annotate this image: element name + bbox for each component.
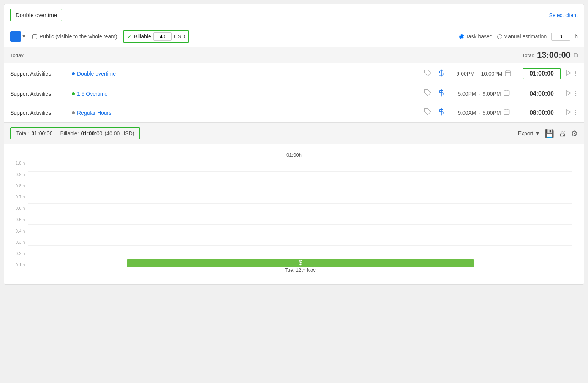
summary-total: Total: 01:00:00 [16, 130, 53, 136]
more-options-button[interactable] [574, 70, 578, 78]
summary-total-label: Total: [16, 130, 29, 136]
grid-line [28, 203, 572, 214]
svg-rect-9 [504, 90, 509, 96]
more-options-button[interactable] [574, 109, 578, 117]
entry-end: 10:00PM [481, 71, 502, 77]
calendar-icon-button[interactable] [503, 89, 510, 98]
manual-estimation-radio[interactable] [497, 34, 502, 39]
grid-line [28, 193, 572, 203]
y-axis-label: 0.9 h [16, 172, 25, 177]
calendar-icon-button[interactable] [504, 70, 511, 78]
chart-x-labels: Tue, 12th Nov [28, 267, 572, 273]
x-label: Tue, 12th Nov [285, 267, 316, 273]
more-dot [575, 75, 576, 76]
footer-summary: Total: 01:00:00 Billable: 01:00:00 (40.0… [4, 122, 584, 144]
tag-icon-button[interactable] [424, 89, 432, 98]
more-dot [575, 95, 576, 96]
task-name[interactable]: 1.5 Overtime [77, 91, 107, 97]
entry-dash: - [477, 71, 479, 77]
entry-actions [565, 109, 578, 117]
grid-line [28, 214, 572, 224]
play-button[interactable] [565, 90, 572, 98]
task-based-radio-label[interactable]: Task based [459, 33, 493, 40]
copy-icon[interactable]: ⧉ [574, 52, 578, 59]
more-dot [575, 114, 576, 115]
task-dot [72, 111, 75, 114]
select-client-button[interactable]: Select client [549, 12, 578, 18]
grid-line [28, 182, 572, 193]
billing-icon-button[interactable] [438, 108, 445, 117]
table-row: Support Activities 1.5 Overtime 5:00PM -… [4, 84, 584, 103]
chart-area: 0.1 h0.2 h0.3 h0.4 h0.5 h0.6 h0.7 h0.8 h… [16, 161, 572, 273]
chart-content: $ [28, 161, 572, 267]
estimation-group: Task based Manual estimation 0 h [459, 33, 578, 41]
entry-duration: 01:00:00 [523, 68, 561, 79]
summary-box: Total: 01:00:00 Billable: 01:00:00 (40.0… [10, 127, 140, 139]
entry-start: 9:00AM [458, 110, 476, 116]
billable-check-icon: ✓ [127, 33, 132, 40]
task-based-label: Task based [466, 33, 493, 40]
entries-container: Support Activities Double overtime 9:00P… [4, 63, 584, 122]
more-dot [575, 110, 576, 111]
task-name[interactable]: Regular Hours [77, 110, 111, 116]
more-dot [575, 112, 576, 113]
y-axis-label: 0.8 h [16, 184, 25, 188]
summary-billable-bold: 01:00: [81, 130, 96, 136]
more-dot [575, 93, 576, 94]
day-total: Total: 13:00:00 ⧉ [522, 50, 578, 60]
more-dot [575, 71, 576, 73]
estimation-value-input[interactable]: 0 [551, 33, 570, 41]
day-total-time: 13:00:00 [537, 50, 571, 60]
estimation-unit: h [575, 33, 578, 40]
entry-end: 5:00PM [482, 110, 501, 116]
svg-marker-13 [567, 90, 571, 96]
svg-marker-6 [567, 70, 571, 76]
manual-estimation-label: Manual estimation [504, 33, 547, 40]
export-chevron-icon: ▼ [535, 130, 540, 136]
bar-container: $ [126, 259, 475, 267]
more-options-button[interactable] [574, 90, 578, 98]
tag-icon-button[interactable] [424, 69, 432, 79]
public-checkbox[interactable] [32, 34, 37, 39]
more-dot [575, 73, 576, 74]
tag-icon-button[interactable] [424, 108, 432, 117]
print-icon-button[interactable]: 🖨 [559, 129, 566, 138]
billable-amount-input[interactable]: 40 [153, 32, 172, 41]
task-based-radio[interactable] [459, 34, 464, 39]
export-button[interactable]: Export ▼ [518, 130, 540, 136]
billing-icon-button[interactable] [438, 89, 445, 98]
billable-label: Billable [134, 33, 151, 40]
header-row: Double overtime Select client [4, 4, 584, 26]
settings-icon-button[interactable]: ⚙ [571, 129, 578, 138]
save-icon-button[interactable]: 💾 [545, 129, 554, 138]
chart-bar-label: 01:00h [16, 152, 572, 158]
calendar-icon-button[interactable] [503, 108, 510, 117]
chart-bar: $ [127, 259, 474, 267]
page-title: Double overtime [16, 12, 57, 18]
color-square-button[interactable] [10, 31, 21, 42]
color-dropdown-button[interactable]: ▼ [22, 34, 26, 39]
color-picker[interactable]: ▼ [10, 31, 26, 42]
y-axis-label: 0.1 h [16, 263, 25, 267]
grid-line [28, 224, 572, 235]
entry-duration: 08:00:00 [523, 109, 561, 116]
task-dot [72, 92, 75, 95]
summary-billable: Billable: 01:00:00 (40.00 USD) [60, 130, 134, 136]
summary-billable-amount: (40.00 USD) [105, 130, 134, 136]
billing-icon-button[interactable] [438, 69, 445, 79]
summary-total-bold: 01:00: [31, 130, 46, 136]
y-axis-label: 1.0 h [16, 161, 25, 165]
task-name[interactable]: Double overtime [77, 71, 116, 77]
public-checkbox-label[interactable]: Public (visible to the whole team) [32, 33, 117, 40]
svg-rect-16 [504, 109, 509, 115]
grid-line [28, 235, 572, 245]
summary-total-time: 01:00:00 [31, 130, 52, 136]
play-button[interactable] [565, 109, 572, 117]
entry-task: Regular Hours [72, 110, 419, 116]
chart-y-axis: 0.1 h0.2 h0.3 h0.4 h0.5 h0.6 h0.7 h0.8 h… [16, 161, 28, 267]
entry-time: 9:00AM - 5:00PM [450, 108, 518, 117]
play-button[interactable] [565, 70, 572, 78]
svg-rect-2 [506, 71, 511, 76]
manual-estimation-radio-label[interactable]: Manual estimation [497, 33, 547, 40]
y-axis-label: 0.3 h [16, 240, 25, 244]
